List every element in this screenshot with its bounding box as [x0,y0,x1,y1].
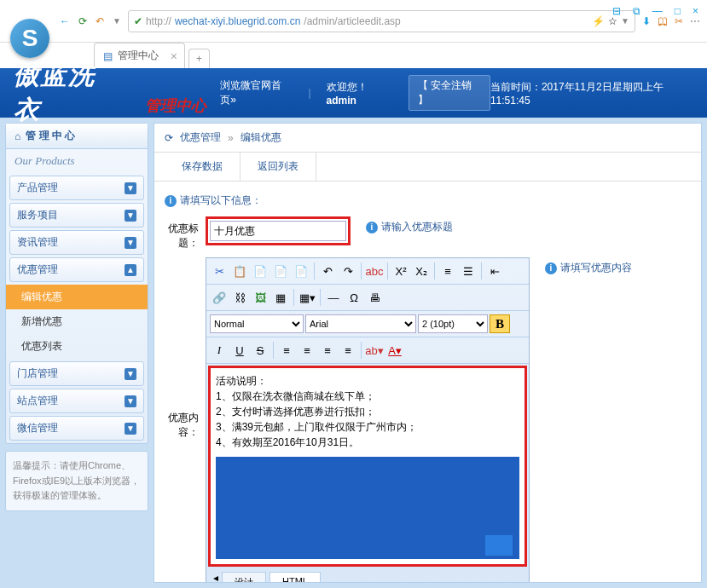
title-input[interactable] [210,221,346,241]
content-line: 3、满39元包邮，上门取件仅限于广州市内； [216,419,519,435]
align-center-icon[interactable]: ≡ [298,341,316,360]
chevron-down-icon: ▼ [125,395,136,407]
content-hint: i请填写优惠内容 [545,257,632,275]
paste-icon[interactable]: 📄 [251,262,269,280]
address-bar[interactable]: ✔ http://wechat-xiyi.bluegrid.com.cn/adm… [128,10,635,32]
form-hint: i请填写以下信息： [165,188,691,213]
content-line: 2、支付时请选择优惠券进行抵扣； [216,404,519,419]
sidebar-item-news[interactable]: 资讯管理▼ [9,230,144,255]
maximize-icon[interactable]: □ [675,5,681,17]
sidebar-item-edit-promo[interactable]: 编辑优惠 [6,285,148,309]
undo-icon[interactable]: ↶ [318,262,337,280]
sidebar-item-promo-list[interactable]: 优惠列表 [6,334,148,359]
align-justify-icon[interactable]: ≡ [339,341,357,360]
browse-home-link[interactable]: 浏览微官网首页» [220,78,293,107]
align-left-icon[interactable]: ≡ [277,341,296,360]
breadcrumb: ⟳ 优惠管理 » 编辑优惠 [154,124,701,153]
superscript-icon[interactable]: X² [391,262,410,280]
tab-html[interactable]: HTML [269,572,321,582]
spellcheck-icon[interactable]: abc [365,262,384,280]
paste-text-icon[interactable]: 📄 [271,262,290,280]
site-logo-sub: 管理中心 [145,95,206,116]
media-icon[interactable]: ▦ [271,288,290,307]
chevron-down-icon: ▼ [125,182,136,194]
format-select[interactable]: Normal [210,314,304,333]
italic-icon[interactable]: I [210,341,229,360]
close-tab-icon[interactable]: × [171,49,177,63]
breadcrumb-l1[interactable]: 优惠管理 [180,130,221,145]
sidebar-item-product[interactable]: 产品管理▼ [9,176,144,200]
chevron-up-icon: ▲ [125,264,136,276]
underline-icon[interactable]: U [230,341,249,360]
size-select[interactable]: 2 (10pt) [418,314,488,333]
minimize-icon[interactable]: — [652,5,663,17]
chevron-down-icon: ▼ [125,237,136,249]
print-icon[interactable]: 🖶 [365,288,384,307]
cut-icon[interactable]: ✂ [210,262,229,280]
restore-icon[interactable]: ⧉ [633,5,640,17]
info-icon: i [165,195,177,207]
unlink-icon[interactable]: ⛓ [230,288,249,307]
redo-icon[interactable]: ↷ [339,262,357,280]
sidebar-item-site[interactable]: 站点管理▼ [9,389,144,413]
chevron-right-icon: » [228,132,234,144]
home-icon: ⌂ [14,130,20,142]
bold-button[interactable]: B [490,314,510,333]
outdent-icon[interactable]: ⇤ [485,262,504,280]
highlight-icon[interactable]: ab▾ [365,341,384,360]
reload-icon[interactable]: ⟳ [78,15,87,27]
paste-word-icon[interactable]: 📄 [292,262,310,280]
username: admin [327,95,356,107]
save-button[interactable]: 保存数据 [165,153,240,181]
char-icon[interactable]: Ω [345,288,363,307]
url-domain: wechat-xiyi.bluegrid.com.cn [175,15,300,27]
ul-icon[interactable]: ☰ [459,262,478,280]
tab-title: 管理中心 [118,49,159,63]
content-line: 活动说明： [216,373,519,389]
close-window-icon[interactable]: × [693,5,698,17]
editor-content[interactable]: 活动说明： 1、仅限在洗衣微信商城在线下单； 2、支付时请选择优惠券进行抵扣； … [208,366,527,567]
breadcrumb-l2: 编辑优惠 [240,130,281,145]
shield-icon: ✔ [134,15,142,27]
image-icon[interactable]: 🖼 [251,288,269,307]
sidebar-item-promo[interactable]: 优惠管理▲ [9,257,144,282]
link-icon[interactable]: 🔗 [210,288,229,307]
sidebar-tip: 温馨提示：请使用Chrome、Firefox或IE9以上版本浏览器，获得极速的管… [5,451,148,511]
url-path: /admin/articleedit.asp [304,15,400,27]
chevron-down-icon[interactable]: ▼ [113,16,121,26]
sidebar-item-wechat[interactable]: 微信管理▼ [9,416,144,441]
refresh-icon[interactable]: ⟳ [165,132,173,144]
tab-design[interactable]: 设计 [222,572,266,582]
hr-icon[interactable]: — [324,288,343,307]
url-dropdown-icon[interactable]: ▼ [621,16,629,26]
sidebar-subtitle: Our Products [6,149,148,173]
new-tab-button[interactable]: + [188,49,210,68]
sidebar-item-service[interactable]: 服务项目▼ [9,203,144,228]
undo-icon[interactable]: ↶ [96,15,104,27]
strike-icon[interactable]: S [251,341,269,360]
rich-text-editor: ✂ 📋 📄 📄 📄 ↶ ↷ abc X² X₂ [206,257,530,582]
info-icon: i [366,222,378,233]
pin-icon[interactable]: ⊟ [612,5,621,17]
tab-handle-icon[interactable]: ◂ [213,572,218,582]
back-icon[interactable]: ← [60,15,70,27]
title-label: 优惠标题： [165,216,199,251]
back-button[interactable]: 返回列表 [240,153,316,181]
text-color-icon[interactable]: A▾ [385,341,404,360]
content-line: 1、仅限在洗衣微信商城在线下单； [216,389,519,404]
chevron-down-icon: ▼ [125,368,136,380]
table-icon[interactable]: ▦▾ [298,288,316,307]
font-select[interactable]: Arial [305,314,416,333]
sidebar-item-store[interactable]: 门店管理▼ [9,361,144,386]
logout-button[interactable]: 【 安全注销 】 [409,75,490,111]
ol-icon[interactable]: ≡ [438,262,457,280]
align-right-icon[interactable]: ≡ [318,341,337,360]
content-image-placeholder [216,457,519,559]
browser-logo: S [10,19,49,58]
sidebar-item-add-promo[interactable]: 新增优惠 [6,309,148,334]
copy-icon[interactable]: 📋 [230,262,249,280]
lightning-icon[interactable]: ⚡ [592,15,605,27]
separator: | [308,87,310,99]
title-hint: i请输入优惠标题 [366,216,453,234]
subscript-icon[interactable]: X₂ [412,262,431,280]
